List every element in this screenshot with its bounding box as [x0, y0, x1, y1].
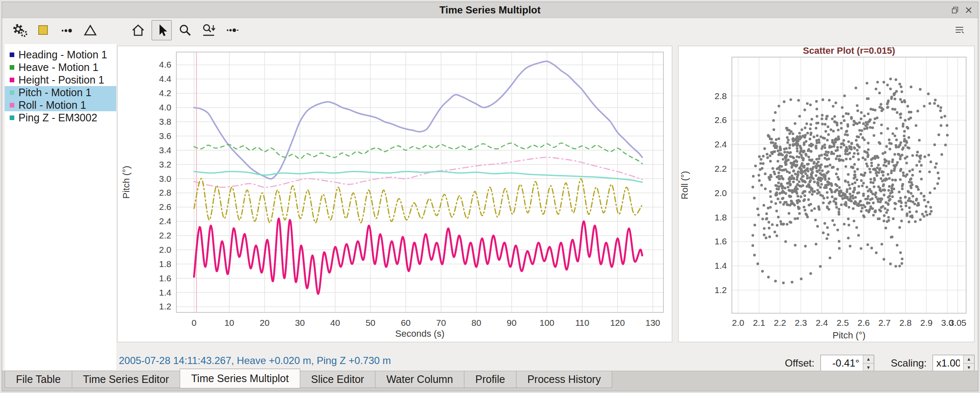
- legend-item-height[interactable]: Height - Position 1: [5, 73, 116, 86]
- svg-text:3.05: 3.05: [949, 318, 967, 328]
- scatter-plot[interactable]: 2.02.12.22.32.42.52.62.72.82.93.03.051.2…: [679, 46, 974, 342]
- timeseries-plot[interactable]: 01020304050607080901001101201301.21.41.6…: [118, 46, 672, 342]
- bottom-tabstrip: File TableTime Series EditorTime Series …: [2, 371, 978, 391]
- legend-item-label: Roll - Motion 1: [18, 99, 86, 111]
- legend-item-label: Height - Position 1: [18, 74, 104, 86]
- svg-text:1.2: 1.2: [715, 285, 727, 295]
- svg-text:4.4: 4.4: [159, 74, 172, 84]
- scaling-spin-up[interactable]: ▲: [964, 355, 974, 364]
- tab-process-history[interactable]: Process History: [516, 371, 612, 388]
- svg-text:110: 110: [575, 318, 589, 328]
- svg-text:2.4: 2.4: [715, 139, 727, 149]
- tab-water-column[interactable]: Water Column: [375, 371, 464, 388]
- points-tool-icon: [225, 23, 240, 38]
- svg-text:3.8: 3.8: [159, 117, 171, 126]
- svg-text:50: 50: [366, 318, 375, 328]
- svg-text:4.6: 4.6: [159, 60, 171, 69]
- svg-text:2.4: 2.4: [159, 216, 172, 226]
- legend-item-heave[interactable]: Heave - Motion 1: [5, 61, 116, 73]
- svg-text:Roll (°): Roll (°): [679, 171, 690, 199]
- svg-text:2.6: 2.6: [857, 318, 870, 328]
- offset-spin-up[interactable]: ▲: [863, 355, 874, 364]
- scaling-input[interactable]: [933, 355, 963, 371]
- svg-text:1.4: 1.4: [715, 261, 727, 270]
- svg-text:60: 60: [401, 318, 411, 328]
- offset-spin-down[interactable]: ▼: [863, 364, 874, 372]
- triangle-button[interactable]: [80, 20, 100, 40]
- legend-item-heading[interactable]: Heading - Motion 1: [5, 48, 116, 61]
- svg-text:1.8: 1.8: [159, 259, 171, 269]
- svg-text:0: 0: [191, 318, 197, 328]
- home-icon: [131, 23, 146, 38]
- svg-text:2.0: 2.0: [732, 318, 744, 328]
- zoom-icon: [178, 23, 193, 38]
- legend-item-pitch[interactable]: Pitch - Motion 1: [5, 86, 116, 99]
- toolbar: [2, 18, 978, 42]
- svg-text:3.2: 3.2: [159, 160, 171, 169]
- pointer-icon: [154, 23, 169, 38]
- svg-text:2.6: 2.6: [159, 202, 171, 212]
- svg-text:2.8: 2.8: [899, 318, 912, 328]
- window-title: Time Series Multiplot: [440, 4, 541, 16]
- legend-item-label: Ping Z - EM3002: [18, 112, 97, 124]
- svg-text:2.0: 2.0: [159, 245, 171, 254]
- settings-button[interactable]: [10, 20, 30, 40]
- app-root: { "window": { "title": "Time Series Mult…: [0, 0, 980, 393]
- toolbar-tools-group: [128, 20, 242, 40]
- svg-text:1.4: 1.4: [159, 288, 172, 297]
- svg-text:2.5: 2.5: [836, 318, 849, 328]
- tab-profile[interactable]: Profile: [464, 371, 516, 388]
- svg-text:40: 40: [330, 318, 340, 328]
- series-color-swatch: [10, 52, 14, 57]
- tab-slice-editor[interactable]: Slice Editor: [300, 371, 375, 388]
- legend-item-label: Heave - Motion 1: [18, 61, 98, 73]
- offset-input[interactable]: [821, 355, 863, 371]
- svg-text:1.6: 1.6: [159, 273, 171, 283]
- undock-icon[interactable]: [951, 6, 959, 14]
- scaling-label: Scaling:: [891, 357, 927, 369]
- pointer-button[interactable]: [152, 20, 172, 40]
- timeseries-plot-card: 01020304050607080901001101201301.21.41.6…: [117, 46, 672, 342]
- scaling-spin-down[interactable]: ▼: [964, 364, 974, 372]
- panel-menu-button[interactable]: [952, 22, 967, 37]
- points-tool-button[interactable]: [222, 20, 242, 40]
- series-color-swatch: [10, 90, 14, 95]
- svg-text:Pitch (°): Pitch (°): [121, 166, 131, 199]
- titlebar[interactable]: Time Series Multiplot: [2, 2, 978, 18]
- toolbar-left-group: [10, 20, 100, 40]
- offset-label: Offset:: [785, 357, 814, 369]
- color-swatch-button[interactable]: [33, 20, 53, 40]
- zoom-fit-icon: [201, 23, 216, 38]
- tab-list: File TableTime Series EditorTime Series …: [2, 371, 978, 388]
- legend-item-roll[interactable]: Roll - Motion 1: [5, 99, 116, 111]
- zoom-button[interactable]: [175, 20, 195, 40]
- point-display-button[interactable]: [57, 20, 77, 40]
- point-display-icon: [59, 23, 74, 38]
- svg-text:2.8: 2.8: [159, 188, 171, 197]
- svg-text:3.4: 3.4: [159, 145, 172, 155]
- tab-file-table[interactable]: File Table: [5, 371, 72, 388]
- tab-time-series-editor[interactable]: Time Series Editor: [72, 371, 181, 388]
- svg-text:Pitch (°): Pitch (°): [833, 330, 865, 341]
- series-color-swatch: [10, 65, 14, 70]
- svg-text:4.0: 4.0: [159, 102, 171, 112]
- tab-time-series-multiplot[interactable]: Time Series Multiplot: [180, 369, 300, 388]
- svg-text:2.3: 2.3: [795, 318, 807, 328]
- svg-text:Seconds (s): Seconds (s): [395, 328, 444, 339]
- series-color-swatch: [10, 78, 14, 82]
- svg-text:90: 90: [507, 318, 516, 328]
- zoom-fit-button[interactable]: [199, 20, 219, 40]
- legend-item-ping[interactable]: Ping Z - EM3002: [5, 111, 116, 124]
- svg-text:120: 120: [610, 318, 625, 328]
- close-icon[interactable]: [964, 6, 973, 14]
- offset-spinbox: ▲ ▼: [820, 355, 874, 372]
- home-button[interactable]: [128, 20, 148, 40]
- svg-text:100: 100: [540, 318, 554, 328]
- svg-text:70: 70: [436, 318, 446, 328]
- svg-text:3.6: 3.6: [159, 131, 171, 141]
- triangle-icon: [83, 23, 98, 38]
- svg-text:130: 130: [645, 318, 660, 328]
- svg-text:2.2: 2.2: [159, 231, 171, 240]
- svg-text:2.9: 2.9: [920, 318, 933, 328]
- scaling-spinbox: ▲ ▼: [933, 355, 975, 372]
